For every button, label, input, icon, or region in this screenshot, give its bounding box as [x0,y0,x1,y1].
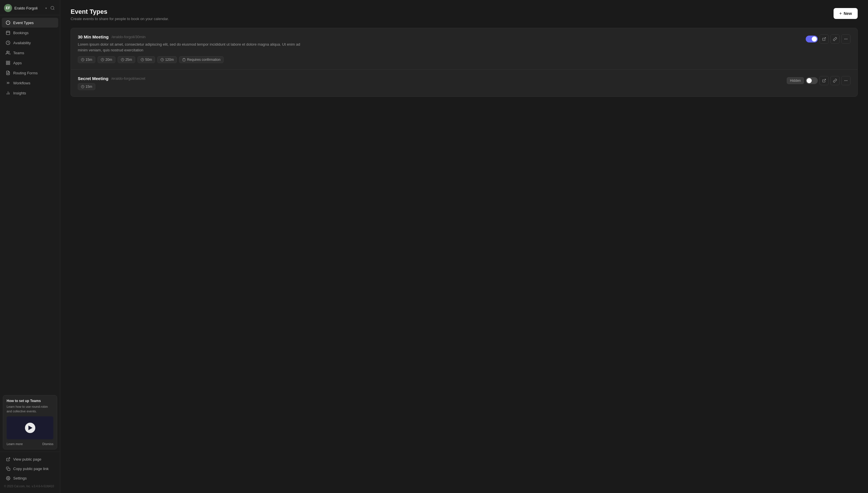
sidebar-item-apps[interactable]: Apps [2,58,58,68]
external-link-icon [822,37,826,41]
chart-icon [6,91,10,95]
page-header: Event Types Create events to share for p… [70,8,858,21]
sidebar-header: EF Eraldo Forgoli ▾ [0,0,60,15]
search-icon [50,6,55,10]
copy-public-page-link[interactable]: Copy public page link [2,464,58,473]
view-public-page-label: View public page [13,457,41,462]
duration-tag-120m: 120m [157,56,177,63]
sidebar-item-insights[interactable]: Insights [2,88,58,98]
clock-icon [81,85,84,88]
svg-point-31 [846,39,846,39]
copy-icon [6,466,10,471]
learn-more-button[interactable]: Learn more [6,442,23,446]
svg-rect-14 [6,63,8,65]
sidebar-item-bookings[interactable]: Bookings [2,28,58,38]
clock-icon [101,58,104,61]
duration-tag-15m: 15m [78,83,95,90]
event-name: 30 Min Meeting [78,35,109,39]
svg-point-0 [51,6,54,9]
svg-line-29 [824,38,826,39]
clock-icon [81,58,84,61]
event-toggle-secret[interactable] [806,77,818,84]
svg-point-22 [7,477,8,479]
event-card-header: 30 Min Meeting /eraldo-forgoli/30min [78,35,801,39]
sidebar-item-teams[interactable]: Teams [2,48,58,58]
plus-icon: + [839,11,842,16]
svg-point-37 [847,80,847,81]
sidebar-item-label: Routing Forms [13,71,38,75]
event-tags: 15m 20m 25m 50m [78,56,801,63]
svg-line-1 [54,9,54,10]
link-icon [833,37,837,41]
svg-point-10 [6,51,8,52]
sidebar: EF Eraldo Forgoli ▾ Event Types Booki [0,0,60,493]
workflow-icon [6,81,10,85]
search-button[interactable] [49,5,56,12]
open-event-page-button[interactable] [820,76,829,85]
sidebar-bottom: View public page Copy public page link S… [0,452,60,493]
event-list: 30 Min Meeting /eraldo-forgoli/30min Lor… [70,28,858,97]
sidebar-item-label: Bookings [13,31,28,35]
lightning-icon [6,20,10,25]
sidebar-item-label: Teams [13,51,24,55]
page-title: Event Types [70,8,169,16]
duration-tag-20m: 20m [98,56,115,63]
svg-line-20 [8,457,10,459]
more-options-button-30min[interactable] [841,35,850,44]
hidden-badge: Hidden [787,77,804,84]
event-slug: /eraldo-forgoli/30min [112,35,146,39]
view-public-page-link[interactable]: View public page [2,454,58,464]
more-horizontal-icon [844,79,848,83]
duration-tag-15m: 15m [78,56,95,63]
sidebar-item-workflows[interactable]: Workflows [2,78,58,88]
sidebar-item-availability[interactable]: Availability [2,38,58,48]
main-nav: Event Types Bookings Availability [0,15,60,393]
svg-point-36 [846,80,846,81]
calendar-icon [6,30,10,35]
event-toggle-30min[interactable] [806,36,818,42]
copy-public-page-label: Copy public page link [13,467,49,471]
sidebar-item-label: Apps [13,61,22,65]
new-event-type-button[interactable]: + New [833,8,858,19]
page-subtitle: Create events to share for people to boo… [70,17,169,21]
copy-event-link-button[interactable] [830,35,840,44]
promo-card: How to set up Teams Learn how to use rou… [3,395,57,449]
chevron-down-icon: ▾ [45,6,47,10]
event-card-30min: 30 Min Meeting /eraldo-forgoli/30min Lor… [71,28,858,70]
settings-label: Settings [13,476,27,480]
clock-icon [161,58,164,61]
grid-icon [6,61,10,65]
more-horizontal-icon [844,37,848,41]
duration-tag-25m: 25m [118,56,135,63]
clock-icon [121,58,124,61]
clock-icon [141,58,144,61]
clipboard-icon [182,58,186,61]
play-icon [28,426,33,430]
clock-icon [6,40,10,45]
event-card-actions [806,35,850,44]
play-button[interactable] [25,423,35,433]
sidebar-item-label: Availability [13,41,31,45]
sidebar-item-routing-forms[interactable]: Routing Forms [2,68,58,78]
open-event-page-button[interactable] [820,35,829,44]
main-content: Event Types Create events to share for p… [60,0,868,493]
avatar: EF [4,4,12,12]
more-options-button-secret[interactable] [841,76,850,85]
svg-rect-21 [7,468,10,470]
dismiss-button[interactable]: Dismiss [42,442,54,446]
event-card-header: Secret Meeting /eraldo-forgoli/secret [78,76,782,81]
promo-title: How to set up Teams [6,399,54,403]
event-tags: 15m [78,83,782,90]
form-icon [6,70,10,75]
copyright: © 2023 Cal.com, Inc. v.3.4.6-h-51fd410 [0,483,60,491]
settings-link[interactable]: Settings [2,473,58,483]
event-card-actions: Hidden [787,76,850,85]
gear-icon [6,476,10,480]
external-link-icon [6,457,10,462]
copy-event-link-button[interactable] [830,76,840,85]
promo-video-thumbnail[interactable] [6,416,54,440]
promo-description: Learn how to use round-robin and collect… [6,405,54,413]
svg-line-34 [824,79,826,81]
external-link-icon [822,79,826,83]
sidebar-item-event-types[interactable]: Event Types [2,18,58,27]
